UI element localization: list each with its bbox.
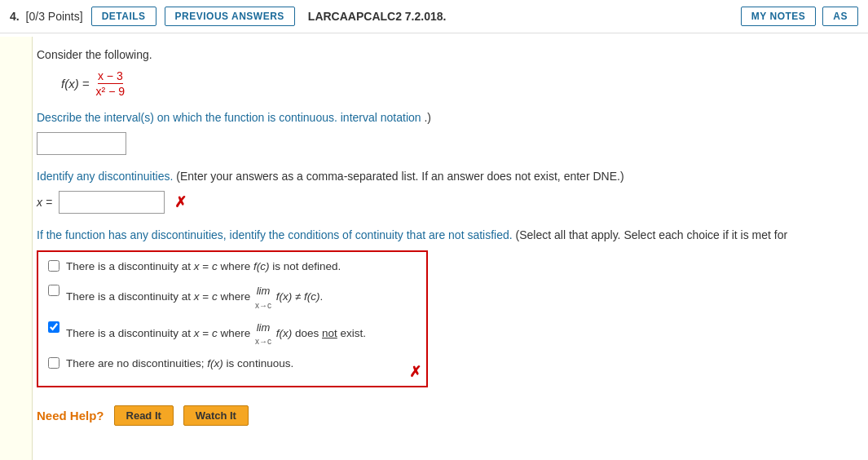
conditions-main: If the function has any discontinuities,… bbox=[37, 228, 513, 241]
describe-label: Describe the interval(s) on which the fu… bbox=[37, 111, 848, 124]
consider-text: Consider the following. bbox=[37, 48, 848, 61]
describe-main: Describe the interval(s) on which the fu… bbox=[37, 111, 337, 124]
checkbox-4[interactable] bbox=[48, 357, 59, 369]
q-num: 4. bbox=[10, 10, 20, 23]
interval-input[interactable] bbox=[37, 132, 126, 155]
checkbox-label-3: There is a discontinuity at x = c where … bbox=[66, 320, 366, 348]
checkbox-item-2: There is a discontinuity at x = c where … bbox=[48, 283, 416, 312]
points-label: [0/3 Points] bbox=[26, 10, 83, 23]
identify-note: (Enter your answers as a comma-separated… bbox=[176, 170, 623, 183]
identify-label: Identify any discontinuities. (Enter you… bbox=[37, 170, 848, 183]
right-buttons: MY NOTES AS bbox=[741, 7, 858, 26]
formula-lhs: f(x) = bbox=[61, 77, 90, 91]
details-button[interactable]: DETAILS bbox=[91, 7, 156, 26]
checkbox-container: There is a discontinuity at x = c where … bbox=[37, 250, 428, 387]
formula-block: f(x) = x − 3 x² − 9 bbox=[61, 69, 848, 98]
checkbox-label-4: There are no discontinuities; f(x) is co… bbox=[66, 356, 293, 372]
need-help-label: Need Help? bbox=[37, 409, 104, 422]
describe-close: .) bbox=[424, 111, 431, 124]
question-number: 4. [0/3 Points] bbox=[10, 10, 83, 23]
checkbox-error-icon: ✗ bbox=[409, 363, 421, 381]
previous-answers-button[interactable]: PREVIOUS ANSWERS bbox=[165, 7, 295, 26]
describe-input-row bbox=[37, 132, 848, 155]
question-id: LARCAAPCALC2 7.2.018. bbox=[308, 10, 447, 23]
checkbox-label-2: There is a discontinuity at x = c where … bbox=[66, 283, 323, 312]
checkbox-1[interactable] bbox=[48, 260, 59, 272]
checkbox-item-1: There is a discontinuity at x = c where … bbox=[48, 259, 416, 275]
discontinuity-input[interactable] bbox=[59, 191, 165, 214]
identify-main: Identify any discontinuities. bbox=[37, 170, 173, 183]
checkbox-3[interactable] bbox=[48, 321, 59, 333]
read-it-button[interactable]: Read It bbox=[114, 405, 174, 426]
watch-it-button[interactable]: Watch It bbox=[183, 405, 249, 426]
header-bar: 4. [0/3 Points] DETAILS PREVIOUS ANSWERS… bbox=[0, 0, 868, 33]
discontinuity-error-icon: ✗ bbox=[174, 193, 187, 211]
my-notes-button[interactable]: MY NOTES bbox=[741, 7, 816, 26]
checkbox-item-4: There are no discontinuities; f(x) is co… bbox=[48, 356, 416, 372]
conditions-prompt: If the function has any discontinuities,… bbox=[37, 227, 848, 244]
denominator: x² − 9 bbox=[96, 84, 125, 98]
formula-row: f(x) = x − 3 x² − 9 bbox=[61, 69, 848, 98]
checkbox-2[interactable] bbox=[48, 285, 59, 296]
x-eq-label: x = bbox=[37, 196, 52, 209]
identify-section: Identify any discontinuities. (Enter you… bbox=[37, 170, 848, 214]
ask-button[interactable]: AS bbox=[822, 7, 858, 26]
numerator: x − 3 bbox=[98, 69, 123, 84]
conditions-section: If the function has any discontinuities,… bbox=[37, 227, 848, 387]
describe-link: interval notation bbox=[341, 111, 421, 124]
need-help-section: Need Help? Read It Watch It bbox=[37, 405, 848, 426]
fraction: x − 3 x² − 9 bbox=[96, 69, 125, 98]
conditions-note: (Select all that apply. Select each choi… bbox=[516, 228, 788, 241]
x-equals-row: x = ✗ bbox=[37, 191, 848, 214]
checkbox-item-3: There is a discontinuity at x = c where … bbox=[48, 320, 416, 348]
checkbox-label-1: There is a discontinuity at x = c where … bbox=[66, 259, 341, 275]
yellow-sidebar bbox=[0, 37, 33, 460]
main-content: Consider the following. f(x) = x − 3 x² … bbox=[0, 33, 864, 442]
